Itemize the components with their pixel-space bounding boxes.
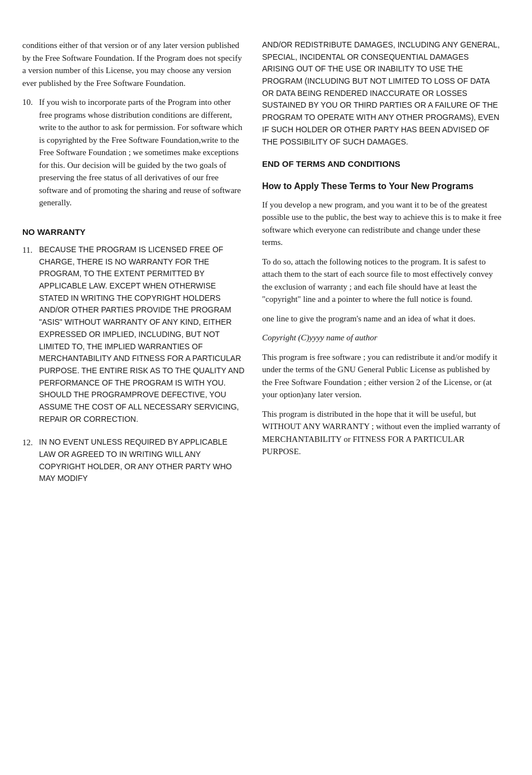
right-para4: This program is free software ; you can … [262, 351, 502, 401]
right-top-block: AND/OR REDISTRIBUTE DAMAGES, INCLUDING A… [262, 39, 502, 148]
right-column: AND/OR REDISTRIBUTE DAMAGES, INCLUDING A… [262, 39, 502, 775]
item-11: 11. BECAUSE THE PROGRAM IS LICENSED FREE… [22, 244, 245, 429]
item-11-text: BECAUSE THE PROGRAM IS LICENSED FREE OF … [39, 244, 245, 425]
item-10: 10. If you wish to incorporate parts of … [22, 96, 245, 216]
how-to-heading: How to Apply These Terms to Your New Pro… [262, 180, 502, 193]
intro-paragraph: conditions either of that version or of … [22, 39, 245, 89]
copyright-line: Copyright (C)yyyy name of author [262, 331, 502, 344]
item-11-number: 11. [22, 244, 39, 429]
left-column: conditions either of that version or of … [22, 39, 262, 775]
item-10-text: If you wish to incorporate parts of the … [39, 96, 245, 209]
item-11-content: BECAUSE THE PROGRAM IS LICENSED FREE OF … [39, 244, 245, 429]
end-terms-heading: END OF TERMS AND CONDITIONS [262, 158, 502, 171]
right-para1: If you develop a new program, and you wa… [262, 199, 502, 249]
item-12-number: 12. [22, 436, 39, 488]
right-para2: To do so, attach the following notices t… [262, 256, 502, 306]
page: conditions either of that version or of … [0, 22, 532, 775]
right-para5: This program is distributed in the hope … [262, 408, 502, 458]
item-12: 12. IN NO EVENT UNLESS REQUIRED BY APPLI… [22, 436, 245, 488]
item-10-content: If you wish to incorporate parts of the … [39, 96, 245, 216]
item-10-number: 10. [22, 96, 39, 216]
no-warranty-heading: NO WARRANTY [22, 226, 245, 239]
item-12-text: IN NO EVENT UNLESS REQUIRED BY APPLICABL… [39, 436, 245, 485]
right-para3: one line to give the program's name and … [262, 312, 502, 325]
item-12-content: IN NO EVENT UNLESS REQUIRED BY APPLICABL… [39, 436, 245, 488]
